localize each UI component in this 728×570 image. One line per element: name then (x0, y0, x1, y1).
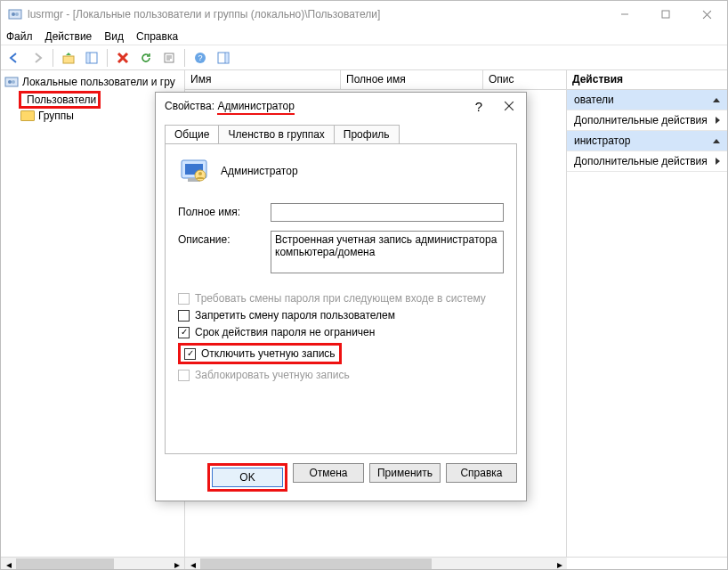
menu-view[interactable]: Вид (104, 30, 124, 43)
list-header: Имя Полное имя Опис (185, 70, 566, 90)
checkbox-cannot-change[interactable]: Запретить смену пароля пользователем (178, 309, 504, 322)
separator (53, 49, 53, 67)
scroll-right-button[interactable]: ▸ (169, 558, 184, 571)
dialog-close-button[interactable] (497, 95, 521, 117)
export-list-button[interactable] (159, 48, 179, 68)
properties-dialog: Свойства: Администратор ? Общие Членство… (155, 92, 527, 501)
dialog-tabs: Общие Членство в группах Профиль (156, 119, 526, 143)
menu-action[interactable]: Действие (45, 30, 93, 43)
checkbox-icon[interactable]: ✓ (178, 327, 190, 338)
fullname-label: Полное имя: (178, 203, 263, 218)
bottom-scrollrow: ◂ ▸ ◂ ▸ (1, 557, 727, 570)
scroll-left-button[interactable]: ◂ (1, 558, 16, 571)
collapse-icon (713, 139, 720, 143)
delete-button[interactable] (113, 48, 133, 68)
checkbox-icon (178, 370, 190, 381)
show-hide-tree-button[interactable] (82, 48, 101, 68)
separator (184, 49, 185, 67)
description-input[interactable]: Встроенная учетная запись администратора… (271, 231, 504, 273)
ok-button[interactable]: OK (212, 468, 283, 487)
svg-point-1 (12, 12, 15, 16)
actions-pane: Действия ователи Дополнительные действия… (567, 70, 727, 557)
cancel-button[interactable]: Отмена (293, 463, 364, 483)
maximize-button[interactable] (645, 1, 686, 28)
help-button[interactable]: Справка (446, 463, 517, 483)
app-icon (8, 7, 22, 21)
tab-general-body: Администратор Полное имя: Описание: Встр… (165, 143, 517, 454)
svg-rect-7 (63, 56, 74, 63)
chevron-right-icon (716, 158, 720, 165)
center-hscroll[interactable]: ◂ ▸ (185, 557, 567, 570)
minimize-button[interactable] (604, 1, 645, 28)
app-window: lusrmgr - [Локальные пользователи и груп… (0, 0, 728, 570)
col-name[interactable]: Имя (185, 70, 341, 89)
refresh-button[interactable] (136, 48, 156, 68)
dialog-title: Свойства: Администратор (165, 100, 295, 112)
checkbox-icon (178, 293, 190, 305)
users-groups-icon (4, 75, 19, 89)
dialog-button-row: OK Отмена Применить Справка (156, 454, 526, 501)
folder-icon (20, 110, 35, 121)
svg-text:?: ? (198, 53, 202, 62)
close-button[interactable] (686, 1, 727, 28)
svg-point-24 (12, 80, 15, 84)
actions-more-2[interactable]: Дополнительные действия (567, 151, 727, 172)
actions-pane-button[interactable] (214, 48, 233, 68)
menu-help[interactable]: Справка (136, 30, 178, 43)
help-button[interactable]: ? (190, 48, 210, 68)
tree-root[interactable]: Локальные пользователи и гру (3, 74, 182, 90)
apply-button[interactable]: Применить (369, 463, 441, 483)
checkbox-must-change: Требовать смены пароля при следующем вхо… (178, 292, 504, 305)
actions-more-1[interactable]: Дополнительные действия (567, 110, 727, 131)
svg-point-23 (8, 80, 12, 84)
user-icon (178, 155, 210, 187)
tree-item-users[interactable]: Пользователи (19, 91, 101, 109)
description-label: Описание: (178, 231, 263, 246)
chevron-right-icon (716, 117, 720, 124)
col-desc[interactable]: Опис (483, 70, 566, 89)
collapse-icon (713, 98, 720, 102)
checkbox-icon[interactable]: ✓ (184, 348, 196, 360)
tab-member-of[interactable]: Членство в группах (218, 125, 334, 143)
svg-rect-10 (87, 53, 89, 62)
svg-rect-21 (226, 53, 228, 62)
user-display-name: Администратор (221, 165, 298, 177)
checkbox-locked: Заблокировать учетную запись (178, 369, 504, 381)
scroll-thumb[interactable] (200, 558, 432, 571)
scroll-left-button[interactable]: ◂ (185, 558, 200, 571)
tab-general[interactable]: Общие (165, 125, 219, 143)
window-title: lusrmgr - [Локальные пользователи и груп… (8, 7, 380, 21)
forward-button[interactable] (28, 48, 47, 68)
actions-header: Действия (567, 70, 727, 90)
titlebar: lusrmgr - [Локальные пользователи и груп… (1, 1, 727, 28)
tab-profile[interactable]: Профиль (334, 125, 400, 143)
menubar: Файл Действие Вид Справка (1, 28, 727, 45)
right-bottom-blank (567, 557, 727, 570)
col-fullname[interactable]: Полное имя (341, 70, 483, 89)
dialog-help-button[interactable]: ? (467, 95, 490, 117)
menu-file[interactable]: Файл (6, 30, 33, 43)
actions-users[interactable]: ователи (567, 90, 727, 110)
toolbar: ? (1, 45, 727, 70)
up-button[interactable] (59, 48, 78, 68)
svg-point-31 (198, 172, 202, 175)
back-button[interactable] (4, 48, 24, 68)
svg-rect-4 (662, 11, 669, 18)
checkbox-account-disabled[interactable]: ✓ Отключить учетную запись (178, 343, 342, 364)
checkbox-never-expires[interactable]: ✓ Срок действия пароля не ограничен (178, 326, 504, 338)
dialog-titlebar[interactable]: Свойства: Администратор ? (156, 93, 526, 119)
svg-point-2 (15, 12, 19, 16)
fullname-input[interactable] (271, 203, 504, 222)
separator (107, 49, 108, 67)
scroll-thumb[interactable] (16, 558, 114, 571)
left-hscroll[interactable]: ◂ ▸ (1, 557, 185, 570)
checkbox-icon[interactable] (178, 310, 190, 322)
actions-administrator[interactable]: инистратор (567, 131, 727, 151)
scroll-right-button[interactable]: ▸ (552, 558, 567, 571)
